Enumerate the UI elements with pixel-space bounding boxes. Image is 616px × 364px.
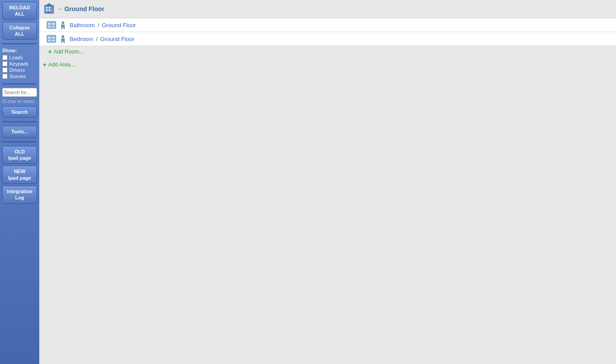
- sidebar: RELOAD ALL Collapse ALL Show: Loads Keyp…: [0, 0, 39, 364]
- loads-label: Loads: [9, 55, 23, 60]
- add-room-row[interactable]: + Add Room...: [39, 46, 616, 58]
- bedroom-separator: /: [96, 36, 98, 42]
- bedroom-room-row[interactable]: Bedroom / Ground Floor: [39, 32, 616, 46]
- bedroom-person-icon: [59, 35, 67, 43]
- tools-button[interactable]: Tools...: [2, 126, 37, 137]
- loads-checkbox-label[interactable]: Loads: [2, 55, 37, 60]
- svg-rect-19: [48, 40, 51, 41]
- scenes-checkbox[interactable]: [2, 74, 8, 79]
- loads-checkbox[interactable]: [2, 55, 8, 60]
- keypads-label: Keypads: [9, 61, 29, 66]
- search-input[interactable]: [2, 88, 37, 97]
- add-area-plus-icon: +: [43, 61, 46, 68]
- svg-rect-5: [47, 12, 50, 13]
- svg-rect-15: [63, 27, 65, 29]
- svg-point-21: [62, 35, 64, 38]
- drivers-checkbox-label[interactable]: Drivers: [2, 67, 37, 73]
- bathroom-room-row[interactable]: Bathroom / Ground Floor: [39, 18, 616, 32]
- bathroom-link[interactable]: Bathroom: [70, 22, 95, 29]
- add-area-label[interactable]: Add Area...: [48, 62, 75, 68]
- svg-rect-23: [61, 41, 62, 43]
- svg-rect-11: [52, 26, 55, 28]
- svg-rect-14: [61, 27, 62, 29]
- svg-rect-2: [49, 7, 50, 8]
- drivers-checkbox[interactable]: [2, 67, 8, 73]
- svg-marker-6: [45, 3, 54, 6]
- keypads-checkbox-label[interactable]: Keypads: [2, 61, 37, 66]
- floor-collapse-icon[interactable]: −: [58, 5, 62, 12]
- add-room-plus-icon: +: [48, 48, 52, 55]
- svg-rect-18: [52, 37, 55, 39]
- divider-1: [2, 43, 37, 44]
- scenes-label: Scenes: [9, 74, 26, 79]
- bedroom-floor-link[interactable]: Ground Floor: [100, 36, 134, 42]
- svg-rect-17: [48, 37, 51, 39]
- old-ipad-button[interactable]: OLD Ipad page: [2, 146, 37, 164]
- divider-4: [2, 141, 37, 142]
- integration-log-button[interactable]: Integration Log: [2, 186, 37, 204]
- add-area-row[interactable]: + Add Area...: [39, 58, 616, 72]
- show-section: Show: Loads Keypads Drivers Scenes: [2, 48, 37, 80]
- floor-header: − Ground Floor: [39, 0, 616, 18]
- svg-rect-22: [61, 38, 65, 41]
- scenes-checkbox-label[interactable]: Scenes: [2, 74, 37, 79]
- divider-3: [2, 121, 37, 122]
- drivers-label: Drivers: [9, 67, 25, 73]
- keypads-checkbox[interactable]: [2, 61, 8, 66]
- bathroom-person-icon: [59, 21, 67, 29]
- svg-rect-9: [52, 23, 55, 25]
- floor-title: Ground Floor: [64, 5, 104, 12]
- svg-rect-8: [48, 23, 51, 25]
- svg-rect-10: [48, 26, 51, 28]
- svg-rect-1: [46, 7, 48, 8]
- divider-2: [2, 83, 37, 84]
- svg-rect-24: [63, 41, 65, 43]
- bathroom-floor-link[interactable]: Ground Floor: [102, 22, 136, 29]
- svg-rect-4: [49, 9, 50, 11]
- bedroom-link[interactable]: Bedroom: [70, 36, 93, 42]
- bathroom-room-icon: [46, 21, 56, 29]
- show-title: Show:: [2, 48, 37, 53]
- building-icon: [43, 3, 55, 15]
- bedroom-room-icon: [46, 35, 56, 43]
- new-ipad-button[interactable]: NEW Ipad page: [2, 165, 37, 184]
- reload-all-button[interactable]: RELOAD ALL: [2, 2, 37, 20]
- collapse-all-button[interactable]: Collapse ALL: [2, 22, 37, 40]
- search-button[interactable]: Search: [2, 106, 37, 118]
- svg-rect-20: [52, 40, 55, 41]
- svg-point-12: [62, 21, 64, 24]
- add-room-label[interactable]: Add Room...: [54, 49, 83, 55]
- svg-rect-3: [46, 9, 48, 11]
- search-hint: (3 char or more): [2, 99, 37, 104]
- main-content: − Ground Floor Bathroom / Ground Floor: [39, 0, 616, 364]
- svg-rect-13: [61, 25, 65, 27]
- bathroom-separator: /: [97, 22, 99, 29]
